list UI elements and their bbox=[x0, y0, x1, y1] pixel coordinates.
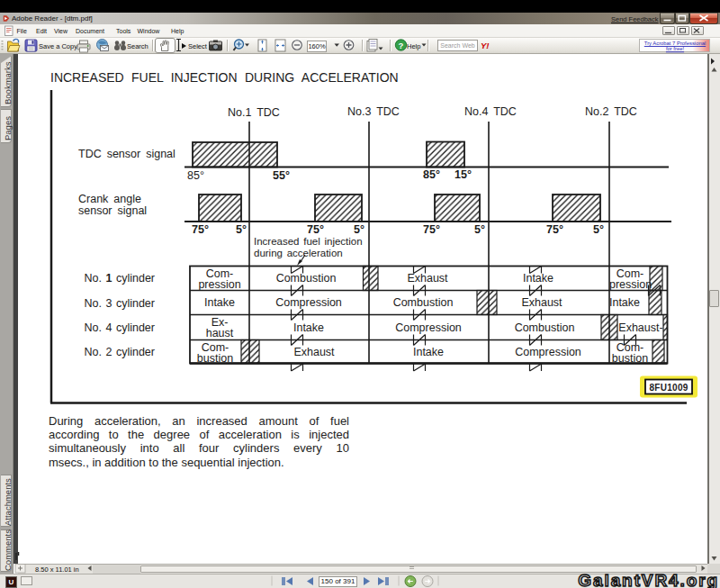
svg-text:?: ? bbox=[399, 41, 404, 50]
